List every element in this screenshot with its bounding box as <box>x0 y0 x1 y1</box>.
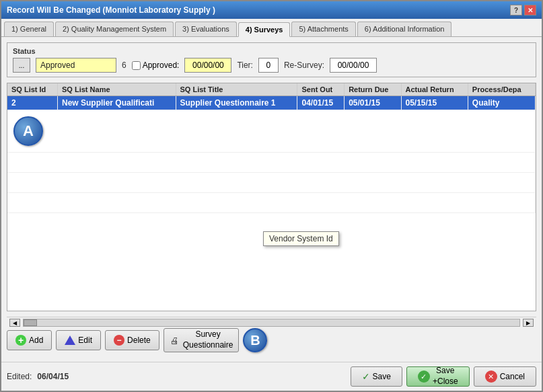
delete-icon: − <box>114 335 124 346</box>
tab-general[interactable]: 1) General <box>4 22 54 36</box>
status-group-label: Status <box>13 47 530 55</box>
scroll-thumb[interactable] <box>24 319 37 326</box>
resurvey-label: Re-Survey: <box>284 61 324 70</box>
edit-icon <box>65 336 75 345</box>
horizontal-scrollbar: ◀ ▶ <box>7 317 536 328</box>
scroll-right-button[interactable]: ▶ <box>523 319 534 327</box>
tab-evaluations[interactable]: 3) Evaluations <box>175 22 237 36</box>
col-header-actual-return: Actual Return <box>401 83 468 96</box>
save-button[interactable]: ✓ Save <box>351 366 402 387</box>
cancel-label: Cancel <box>500 372 525 381</box>
col-header-sq-list-id: SQ List Id <box>7 83 58 96</box>
edited-date: 06/04/15 <box>37 372 69 381</box>
cell-sq-list-id: 2 <box>7 96 58 110</box>
action-buttons-bar: + Add Edit − Delete 🖨 Survey Questionnai… <box>7 328 536 352</box>
cell-process-dept: Quality <box>468 96 535 110</box>
table-row-avatar: A <box>7 110 536 153</box>
main-window: Record Will Be Changed (Monniot Laborato… <box>0 0 543 392</box>
tab-attachments[interactable]: 5) Attachments <box>291 22 355 36</box>
col-header-sq-list-name: SQ List Name <box>58 83 176 96</box>
b-icon-button[interactable]: B <box>243 328 267 352</box>
cell-actual-return: 05/15/15 <box>401 96 468 110</box>
approved-checkbox-wrapper: Approved: <box>132 61 180 70</box>
save-check-icon: ✓ <box>362 371 370 382</box>
help-button[interactable]: ? <box>510 5 522 15</box>
scroll-left-button[interactable]: ◀ <box>9 319 20 327</box>
resurvey-date-field[interactable] <box>330 58 377 73</box>
footer-bar: Edited: 06/04/15 ✓ Save ✓ Save +Close ✕ … <box>1 362 542 391</box>
tier-field[interactable] <box>258 58 279 73</box>
delete-button[interactable]: − Delete <box>105 330 159 350</box>
table-row-empty-1 <box>7 153 536 173</box>
cell-return-due: 05/01/15 <box>345 96 401 110</box>
save-close-check-icon: ✓ <box>418 370 430 383</box>
content-area: Status ... 6 Approved: Tier: Re-Survey: <box>1 37 542 362</box>
status-field[interactable] <box>36 58 116 73</box>
title-bar: Record Will Be Changed (Monniot Laborato… <box>1 1 542 19</box>
tab-qms[interactable]: 2) Quality Management System <box>55 22 174 36</box>
title-controls: ? ✕ <box>510 5 536 15</box>
save-close-button[interactable]: ✓ Save +Close <box>406 366 470 387</box>
col-header-return-due: Return Due <box>345 83 401 96</box>
close-button[interactable]: ✕ <box>524 5 536 15</box>
col-header-sq-list-title: SQ List Title <box>176 83 297 96</box>
table-row-empty-3 <box>7 193 536 213</box>
print-icon: 🖨 <box>170 335 180 346</box>
tier-label: Tier: <box>237 61 253 70</box>
status-group: Status ... 6 Approved: Tier: Re-Survey: <box>7 42 536 77</box>
add-button[interactable]: + Add <box>7 330 52 350</box>
tab-additional-information[interactable]: 6) Additional Information <box>357 22 452 36</box>
approved-checkbox[interactable] <box>132 61 141 70</box>
scroll-track[interactable] <box>23 319 520 327</box>
tab-surveys[interactable]: 4) Surveys <box>238 22 291 37</box>
footer-buttons: ✓ Save ✓ Save +Close ✕ Cancel <box>351 366 536 387</box>
survey-questionnaire-button[interactable]: 🖨 Survey Questionnaire <box>164 328 240 352</box>
approved-label: Approved: <box>143 61 180 70</box>
status-picker-button[interactable]: ... <box>13 58 30 73</box>
window-title: Record Will Be Changed (Monniot Laborato… <box>7 5 215 15</box>
approved-number: 6 <box>122 61 126 70</box>
vendor-system-id-tooltip: Vendor System Id <box>263 231 339 246</box>
avatar-container: A <box>11 114 45 148</box>
col-header-sent-out: Sent Out <box>297 83 345 96</box>
surveys-table: SQ List Id SQ List Name SQ List Title Se… <box>7 83 536 213</box>
edit-button[interactable]: Edit <box>56 330 101 350</box>
avatar-icon: A <box>13 116 43 146</box>
table-row-empty-2 <box>7 173 536 193</box>
approved-date-field[interactable] <box>184 58 231 73</box>
col-header-process-dept: Process/Depa <box>468 83 535 96</box>
tabs-bar: 1) General 2) Quality Management System … <box>1 19 542 37</box>
save-label: Save <box>373 372 391 381</box>
edited-label: Edited: <box>7 372 32 381</box>
cell-sent-out: 04/01/15 <box>297 96 345 110</box>
status-row: ... 6 Approved: Tier: Re-Survey: <box>13 58 530 73</box>
surveys-table-container: SQ List Id SQ List Name SQ List Title Se… <box>7 83 536 311</box>
cell-sq-list-title: Supplier Questionnaire 1 <box>176 96 297 110</box>
cancel-x-icon: ✕ <box>485 370 497 383</box>
table-row[interactable]: 2 New Supplier Qualificati Supplier Ques… <box>7 96 536 110</box>
cell-sq-list-name: New Supplier Qualificati <box>58 96 176 110</box>
cancel-button[interactable]: ✕ Cancel <box>474 366 536 387</box>
add-icon: + <box>15 335 26 346</box>
